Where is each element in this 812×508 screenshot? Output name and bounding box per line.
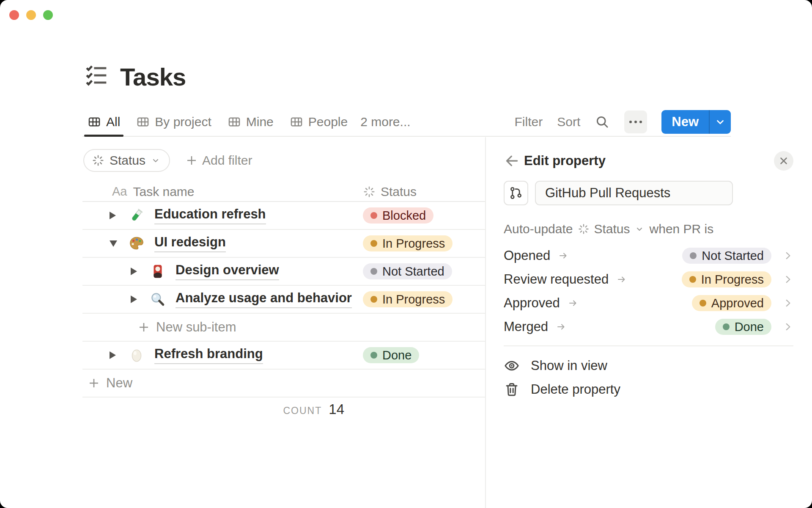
pr-event-label: Opened — [504, 248, 550, 263]
column-header-status[interactable]: Status — [363, 185, 485, 199]
close-panel-button[interactable] — [774, 151, 793, 171]
status-pill[interactable]: In Progress — [682, 271, 771, 287]
new-row-label: New — [106, 375, 132, 391]
eye-icon — [504, 358, 520, 374]
new-button[interactable]: New — [661, 110, 709, 134]
checklist-icon — [85, 64, 108, 90]
expand-toggle-icon[interactable] — [110, 212, 119, 219]
plus-icon — [88, 377, 100, 389]
task-name-link[interactable]: UI redesign — [154, 235, 226, 252]
mapping-row-review-requested[interactable]: Review requested In Progress — [504, 268, 793, 291]
table-row[interactable]: Analyze usage and behavior In Progress — [82, 286, 485, 314]
add-filter-label: Add filter — [202, 153, 252, 168]
page-title: Tasks — [120, 63, 186, 91]
table-row[interactable]: Education refresh Blocked — [82, 202, 485, 230]
expand-toggle-icon[interactable] — [131, 295, 140, 303]
new-button-dropdown[interactable] — [710, 110, 731, 134]
tab-mine[interactable]: Mine — [222, 108, 279, 136]
show-in-view-button[interactable]: Show in view — [504, 354, 793, 378]
status-dot-icon — [370, 296, 377, 303]
column-header-task-name[interactable]: Aa Task name — [82, 185, 363, 199]
tab-all[interactable]: All — [82, 108, 125, 136]
tab-people[interactable]: People — [285, 108, 353, 136]
table-row[interactable]: UI redesign In Progress — [82, 230, 485, 258]
chevron-right-icon[interactable] — [782, 321, 793, 332]
new-row-button[interactable]: New — [82, 370, 485, 398]
auto-update-property-label: Status — [594, 222, 630, 236]
sort-button[interactable]: Sort — [557, 115, 580, 129]
status-pill[interactable]: Not Started — [363, 263, 452, 279]
pr-event-label: Review requested — [504, 272, 609, 287]
minimize-window-button[interactable] — [26, 10, 36, 20]
chevron-down-icon — [151, 155, 161, 166]
search-icon[interactable] — [595, 114, 610, 130]
tab-more-views[interactable]: 2 more... — [359, 108, 415, 136]
status-label: Done — [382, 348, 411, 362]
view-tabs: All By project Mine People 2 more... — [82, 108, 416, 136]
trash-icon — [504, 381, 520, 398]
status-burst-icon — [92, 154, 104, 167]
arrow-left-icon — [504, 152, 521, 169]
filter-button[interactable]: Filter — [515, 115, 543, 129]
status-pill[interactable]: Blocked — [363, 207, 433, 224]
task-name-link[interactable]: Analyze usage and behavior — [176, 290, 352, 308]
status-pill[interactable]: In Progress — [363, 291, 453, 307]
status-pill[interactable]: Not Started — [682, 248, 771, 264]
task-name-link[interactable]: Design overview — [176, 262, 279, 280]
pr-event-label: Merged — [504, 319, 548, 334]
arrow-right-icon — [567, 298, 579, 308]
expand-toggle-icon[interactable] — [110, 240, 119, 247]
table-row[interactable]: Design overview Not Started — [82, 258, 485, 286]
table-view-icon — [88, 115, 101, 129]
action-label: Delete property — [531, 382, 620, 397]
mapping-row-approved[interactable]: Approved Approved — [504, 291, 793, 315]
table-view-icon — [228, 115, 241, 129]
chevron-right-icon[interactable] — [782, 250, 793, 261]
task-name-link[interactable]: Refresh branding — [154, 346, 263, 364]
zoom-window-button[interactable] — [43, 10, 53, 20]
table-footer-count[interactable]: COUNT 14 — [82, 401, 359, 417]
mapping-row-opened[interactable]: Opened Not Started — [504, 244, 793, 268]
expand-toggle-icon[interactable] — [110, 351, 119, 359]
back-button[interactable] — [504, 152, 521, 169]
status-pill[interactable]: Done — [363, 347, 419, 363]
task-emoji-flower-card-icon — [149, 263, 166, 279]
table-row[interactable]: Refresh branding Done — [82, 342, 485, 370]
auto-update-property-selector[interactable]: Status — [578, 222, 644, 236]
more-options-button[interactable] — [624, 110, 647, 133]
git-pull-request-icon[interactable] — [504, 181, 528, 205]
status-pill[interactable]: Done — [715, 319, 771, 335]
table-header-row: Aa Task name Status — [82, 182, 485, 202]
page-title-row: Tasks — [85, 63, 186, 91]
property-name-row — [504, 181, 733, 205]
status-pill[interactable]: In Progress — [363, 235, 453, 251]
pr-status-mappings: Opened Not Started Review requested In P… — [504, 244, 793, 339]
window-controls — [9, 10, 53, 20]
status-burst-icon — [363, 185, 376, 198]
task-emoji-test-tube-icon — [128, 207, 145, 224]
status-dot-icon — [690, 252, 697, 259]
status-label: Blocked — [382, 209, 426, 223]
tasks-table: Aa Task name Status Education refresh Bl… — [82, 182, 485, 398]
mapping-row-merged[interactable]: Merged Done — [504, 315, 793, 339]
tab-by-project[interactable]: By project — [131, 108, 216, 136]
expand-toggle-icon[interactable] — [131, 268, 140, 275]
task-name-link[interactable]: Education refresh — [154, 207, 266, 224]
chevron-right-icon[interactable] — [782, 298, 793, 309]
property-name-input[interactable] — [535, 181, 733, 205]
new-button-group: New — [661, 110, 731, 134]
status-filter-chip[interactable]: Status — [83, 149, 170, 172]
plus-icon — [137, 321, 150, 334]
column-label: Task name — [133, 185, 194, 199]
add-filter-button[interactable]: Add filter — [185, 153, 252, 168]
tab-label: People — [308, 115, 348, 129]
status-dot-icon — [723, 323, 730, 330]
close-window-button[interactable] — [9, 10, 19, 20]
status-burst-icon — [578, 223, 590, 235]
delete-property-button[interactable]: Delete property — [504, 378, 793, 401]
view-toolbar: Filter Sort New — [515, 110, 731, 134]
chevron-right-icon[interactable] — [782, 274, 793, 285]
status-pill[interactable]: Approved — [692, 295, 771, 311]
task-emoji-egg-icon — [128, 347, 145, 363]
new-sub-item-button[interactable]: New sub-item — [82, 314, 485, 342]
